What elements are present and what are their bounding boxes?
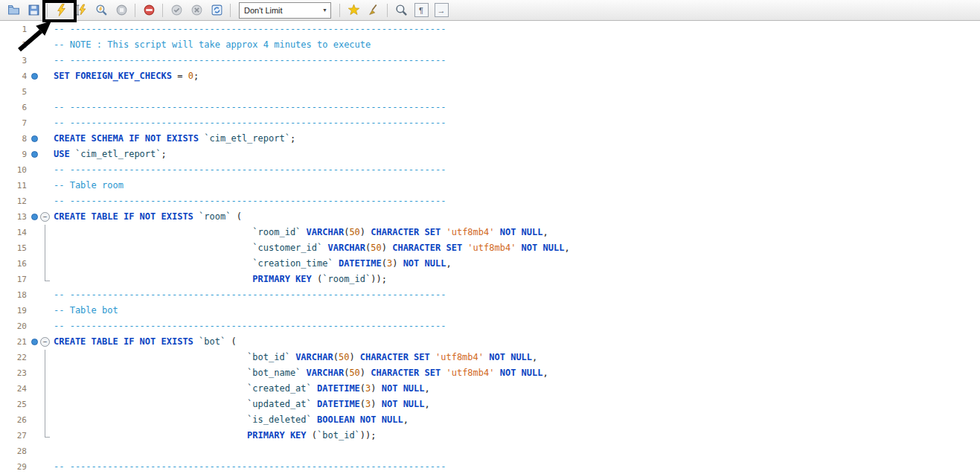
code-line[interactable]: 22 `bot_id` VARCHAR(50) CHARACTER SET 'u… xyxy=(0,350,980,365)
code-line[interactable]: 29-- -----------------------------------… xyxy=(0,459,980,474)
fold-toggle-icon[interactable]: − xyxy=(40,212,50,222)
code-line[interactable]: 21−CREATE TABLE IF NOT EXISTS `bot` ( xyxy=(0,334,980,350)
code-text: `bot_name` VARCHAR(50) CHARACTER SET 'ut… xyxy=(51,365,548,381)
line-number: 23 xyxy=(0,365,30,381)
toggle-autocommit-button[interactable] xyxy=(207,1,226,19)
execute-script-button[interactable] xyxy=(51,1,71,19)
toolbar-separator xyxy=(387,4,388,17)
code-line[interactable]: 28 xyxy=(0,443,980,459)
fold-column xyxy=(39,68,51,84)
row-limit-dropdown[interactable]: Don't Limit ▼ xyxy=(239,2,331,19)
code-line[interactable]: 17 PRIMARY KEY (`room_id`)); xyxy=(0,272,980,287)
rollback-x-icon xyxy=(190,4,203,16)
fold-toggle-icon[interactable]: − xyxy=(40,337,50,347)
fold-column xyxy=(39,256,51,272)
statement-marker-dot xyxy=(31,73,38,80)
toolbar-separator xyxy=(47,4,48,17)
fold-column xyxy=(39,162,51,178)
statement-marker-slot xyxy=(30,381,39,397)
open-script-button[interactable] xyxy=(4,1,23,19)
code-line[interactable]: 10-- -----------------------------------… xyxy=(0,162,980,178)
line-number: 18 xyxy=(0,287,30,303)
code-text: CREATE TABLE IF NOT EXISTS `room` ( xyxy=(51,209,242,225)
toggle-word-wrap-button[interactable]: → xyxy=(432,1,451,19)
explain-plan-button[interactable] xyxy=(92,1,111,19)
statement-marker-slot xyxy=(30,272,39,287)
statement-marker-slot xyxy=(30,225,39,240)
find-button[interactable] xyxy=(391,1,411,19)
code-line[interactable]: 3-- ------------------------------------… xyxy=(0,53,980,68)
statement-marker-slot xyxy=(30,53,39,68)
stop-execution-button[interactable] xyxy=(112,1,131,19)
code-text: -- Table room xyxy=(51,178,124,193)
code-line[interactable]: 7-- ------------------------------------… xyxy=(0,115,980,131)
code-line[interactable]: 1-- ------------------------------------… xyxy=(0,22,980,37)
code-line[interactable]: 24 `created_at` DATETIME(3) NOT NULL, xyxy=(0,381,980,397)
execute-current-statement-button[interactable] xyxy=(71,1,91,19)
commit-button[interactable] xyxy=(167,1,186,19)
code-line[interactable]: 11-- Table room xyxy=(0,178,980,193)
code-line[interactable]: 15 `customer_id` VARCHAR(50) CHARACTER S… xyxy=(0,240,980,256)
line-number: 17 xyxy=(0,272,30,287)
code-line[interactable]: 20-- -----------------------------------… xyxy=(0,318,980,334)
statement-marker-slot xyxy=(30,318,39,334)
code-text xyxy=(51,443,54,459)
sql-editor[interactable]: 1-- ------------------------------------… xyxy=(0,21,980,474)
statement-marker-slot xyxy=(30,37,39,53)
code-text: -- -------------------------------------… xyxy=(51,318,446,334)
fold-column xyxy=(39,147,51,162)
save-script-button[interactable] xyxy=(24,1,43,19)
code-line[interactable]: 19-- Table bot xyxy=(0,303,980,318)
code-line[interactable]: 9USE `cim_etl_report`; xyxy=(0,147,980,162)
code-line[interactable]: 27 PRIMARY KEY (`bot_id`)); xyxy=(0,428,980,443)
statement-marker-slot xyxy=(30,178,39,193)
line-number: 28 xyxy=(0,443,30,459)
code-line[interactable]: 26 `is_deleted` BOOLEAN NOT NULL, xyxy=(0,412,980,428)
statement-marker-slot xyxy=(30,412,39,428)
code-line[interactable]: 14 `room_id` VARCHAR(50) CHARACTER SET '… xyxy=(0,225,980,240)
code-text: -- -------------------------------------… xyxy=(51,53,446,68)
line-number: 10 xyxy=(0,162,30,178)
code-text: -- -------------------------------------… xyxy=(51,22,446,37)
code-line[interactable]: 23 `bot_name` VARCHAR(50) CHARACTER SET … xyxy=(0,365,980,381)
fold-column xyxy=(39,115,51,131)
commit-check-icon xyxy=(170,4,183,16)
stop-on-error-icon xyxy=(143,4,156,16)
toggle-stop-on-error-button[interactable] xyxy=(139,1,158,19)
code-line[interactable]: 25 `updated_at` DATETIME(3) NOT NULL, xyxy=(0,397,980,412)
code-line[interactable]: 4SET FOREIGN_KEY_CHECKS = 0; xyxy=(0,68,980,84)
fold-column xyxy=(39,428,51,443)
line-number: 14 xyxy=(0,225,30,240)
statement-marker-slot xyxy=(30,68,39,84)
open-folder-icon xyxy=(7,4,20,16)
code-line[interactable]: 18-- -----------------------------------… xyxy=(0,287,980,303)
code-line[interactable]: 5 xyxy=(0,84,980,100)
line-number: 4 xyxy=(0,68,30,84)
toggle-invisible-characters-button[interactable]: ¶ xyxy=(411,1,431,19)
fold-column xyxy=(39,193,51,209)
code-line[interactable]: 6-- ------------------------------------… xyxy=(0,100,980,115)
code-line[interactable]: 8CREATE SCHEMA IF NOT EXISTS `cim_etl_re… xyxy=(0,131,980,147)
line-number: 21 xyxy=(0,334,30,350)
broom-icon xyxy=(368,4,380,16)
code-text: -- Table bot xyxy=(51,303,118,318)
beautify-script-button[interactable] xyxy=(344,1,363,19)
code-line[interactable]: 16 `creation_time` DATETIME(3) NOT NULL, xyxy=(0,256,980,272)
code-line[interactable]: 12-- -----------------------------------… xyxy=(0,193,980,209)
code-line[interactable]: 2-- NOTE : This script will take approx … xyxy=(0,37,980,53)
fold-column xyxy=(39,178,51,193)
fold-column xyxy=(39,53,51,68)
line-number: 13 xyxy=(0,209,30,225)
statement-marker-slot xyxy=(30,131,39,147)
statement-marker-slot xyxy=(30,209,39,225)
fold-column xyxy=(39,131,51,147)
rollback-button[interactable] xyxy=(187,1,206,19)
code-text: USE `cim_etl_report`; xyxy=(51,147,167,162)
line-number: 16 xyxy=(0,256,30,272)
toolbar-separator xyxy=(339,4,340,17)
code-line[interactable]: 13−CREATE TABLE IF NOT EXISTS `room` ( xyxy=(0,209,980,225)
fold-end-hook xyxy=(45,272,50,281)
statement-marker-slot xyxy=(30,147,39,162)
line-number: 6 xyxy=(0,100,30,115)
clear-query-button[interactable] xyxy=(364,1,383,19)
